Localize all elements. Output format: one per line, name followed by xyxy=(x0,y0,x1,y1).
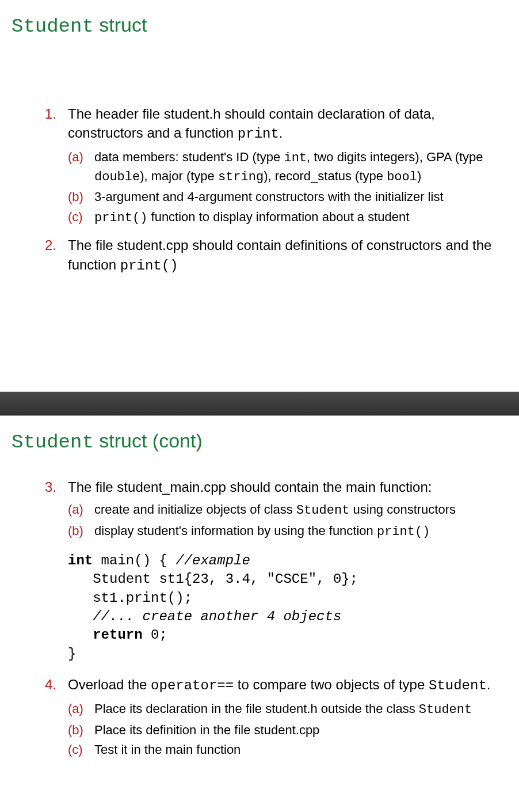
subitem-4b: (b) Place its definition in the file stu… xyxy=(68,722,502,739)
subitem-marker: (a) xyxy=(68,149,83,166)
item-text: The file student_main.cpp should contain… xyxy=(68,479,432,495)
subitem-marker: (a) xyxy=(68,501,83,519)
slide-1: Student struct 1. The header file studen… xyxy=(0,0,519,392)
slide-2: Student struct (cont) 3. The file studen… xyxy=(0,416,519,779)
subitem-marker: (a) xyxy=(68,700,83,718)
subitem-4a: (a) Place its declaration in the file st… xyxy=(68,700,502,719)
subitem-marker: (b) xyxy=(68,722,83,739)
code-block-main: int main() { //example Student st1{23, 3… xyxy=(68,552,502,663)
subitem-text: display student's information by using t… xyxy=(94,523,430,538)
item-text: The file student.cpp should contain defi… xyxy=(68,237,491,272)
sublist-4: (a) Place its declaration in the file st… xyxy=(68,700,502,759)
sublist-1: (a) data members: student's ID (type int… xyxy=(68,149,502,227)
subitem-text: 3-argument and 4-argument constructors w… xyxy=(94,189,444,204)
sublist-3: (a) create and initialize objects of cla… xyxy=(68,501,502,541)
slide-divider xyxy=(0,392,519,416)
item-marker: 1. xyxy=(45,104,56,124)
subitem-text: create and initialize objects of class S… xyxy=(94,502,456,517)
list-item-3: 3. The file student_main.cpp should cont… xyxy=(45,477,502,664)
item-text: Overload the operator== to compare two o… xyxy=(68,677,490,692)
subitem-text: Place its declaration in the file studen… xyxy=(94,701,472,716)
subitem-text: Place its definition in the file student… xyxy=(94,723,319,737)
subitem-text: Test it in the main function xyxy=(94,742,241,757)
subitem-1c: (c) print() function to display informat… xyxy=(68,208,502,227)
slide-2-content: 3. The file student_main.cpp should cont… xyxy=(12,477,507,760)
item-marker: 2. xyxy=(45,236,56,255)
title-mono: Student xyxy=(12,16,94,37)
title-mono: Student xyxy=(12,431,94,453)
subitem-1b: (b) 3-argument and 4-argument constructo… xyxy=(68,188,502,206)
subitem-marker: (b) xyxy=(68,188,83,206)
item-marker: 4. xyxy=(45,675,56,695)
item-text: The header file student.h should contain… xyxy=(68,106,435,141)
slide-1-title: Student struct xyxy=(12,12,507,41)
title-rest: struct (cont) xyxy=(94,430,203,451)
subitem-text: print() function to display information … xyxy=(94,210,409,224)
slide-2-title: Student struct (cont) xyxy=(12,427,507,457)
subitem-text: data members: student's ID (type int, tw… xyxy=(94,150,483,183)
item-marker: 3. xyxy=(45,477,56,497)
subitem-1a: (a) data members: student's ID (type int… xyxy=(68,149,502,187)
subitem-3b: (b) display student's information by usi… xyxy=(68,522,502,541)
list-item-2: 2. The file student.cpp should contain d… xyxy=(45,236,502,275)
title-rest: struct xyxy=(94,14,147,36)
subitem-marker: (c) xyxy=(68,208,83,226)
subitem-marker: (b) xyxy=(68,522,83,540)
ordered-list-1: 1. The header file student.h should cont… xyxy=(45,104,502,276)
subitem-4c: (c) Test it in the main function xyxy=(68,741,502,759)
slide-1-content: 1. The header file student.h should cont… xyxy=(12,104,507,276)
subitem-3a: (a) create and initialize objects of cla… xyxy=(68,501,502,520)
list-item-4: 4. Overload the operator== to compare tw… xyxy=(45,675,502,759)
subitem-marker: (c) xyxy=(68,741,83,759)
ordered-list-2: 3. The file student_main.cpp should cont… xyxy=(45,477,502,760)
list-item-1: 1. The header file student.h should cont… xyxy=(45,104,502,227)
